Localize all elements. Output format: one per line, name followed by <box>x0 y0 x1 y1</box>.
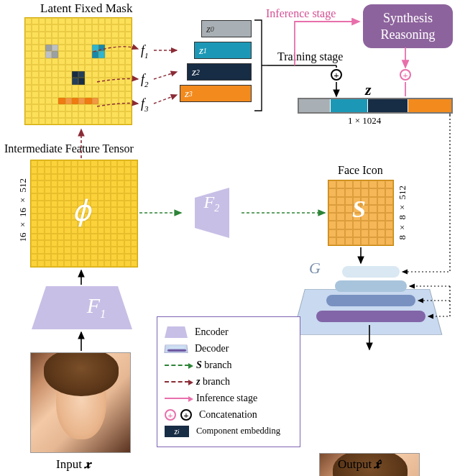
latent-fixed-mask-label: Latent Fixed Mask <box>40 1 132 16</box>
s-dims-label: 8 × 8 × 512 <box>397 186 408 240</box>
zi-icon: zi <box>165 426 189 437</box>
face-icon-label: Face Icon <box>338 164 383 177</box>
f2-label: f2 <box>141 72 149 88</box>
reasoning-label: Reasoning <box>373 27 443 43</box>
input-label: Input 𝒙 <box>56 457 91 472</box>
red-arrow-icon <box>165 381 189 383</box>
f3-label: f3 <box>141 96 149 113</box>
encoder-f2: F2 <box>195 188 229 238</box>
concat-pink-small-icon: + <box>165 409 176 421</box>
decoder-layer-4 <box>316 311 426 322</box>
g-symbol: G <box>309 259 321 278</box>
green-arrow-icon <box>165 365 189 366</box>
encoder-f1: F1 <box>32 286 132 329</box>
latent-fixed-mask-grid: document.write(Array.from({length:256}).… <box>24 17 132 125</box>
legend-z-branch: z branch <box>165 375 293 389</box>
s-symbol: S <box>352 196 366 223</box>
phi-symbol: ϕ <box>72 194 91 228</box>
synthesis-label: Synthesis <box>373 10 443 27</box>
input-image <box>30 352 131 453</box>
svg-line-4 <box>154 72 177 79</box>
pink-arrow-icon <box>165 398 189 399</box>
svg-line-5 <box>154 95 177 104</box>
inference-stage-label: Inference stage <box>266 7 336 20</box>
legend-concatenation: ++Concatenation <box>165 408 293 422</box>
intermediate-feature-tensor-label: Intermediate Feature Tensor <box>4 142 134 155</box>
legend-decoder: Decoder <box>165 342 293 356</box>
concat-black-small-icon: + <box>180 409 192 421</box>
training-stage-label: Training stage <box>277 50 343 63</box>
decoder-layer-3 <box>326 295 415 306</box>
concat-vector <box>298 98 453 114</box>
legend-box: Encoder Decoder S branch z branch Infere… <box>157 316 300 447</box>
concat-black-icon: + <box>331 69 342 81</box>
concat-pink-icon: + <box>400 69 411 81</box>
legend-component-embedding: ziComponent embedding <box>165 424 293 439</box>
f1-label: f1 <box>141 43 149 60</box>
z-symbol: z <box>365 81 372 99</box>
decoder-icon <box>164 344 188 353</box>
legend-encoder: Encoder <box>165 325 293 339</box>
legend-inference: Inference stage <box>165 391 293 406</box>
synthesis-reasoning-box: Synthesis Reasoning <box>363 4 453 48</box>
decoder-layer-1 <box>342 266 400 278</box>
z-code-stack: z0 z1 z2 z3 <box>180 20 252 102</box>
encoder-icon <box>165 326 188 338</box>
decoder-layer-2 <box>335 280 407 292</box>
concat-dims-label: 1 × 1024 <box>348 115 381 127</box>
legend-s-branch: S branch <box>165 358 293 372</box>
z-bracket-icon <box>253 19 267 112</box>
phi-dims-label: 16 × 16 × 512 <box>17 178 29 242</box>
output-label: Output 𝒙̂ <box>338 457 380 472</box>
